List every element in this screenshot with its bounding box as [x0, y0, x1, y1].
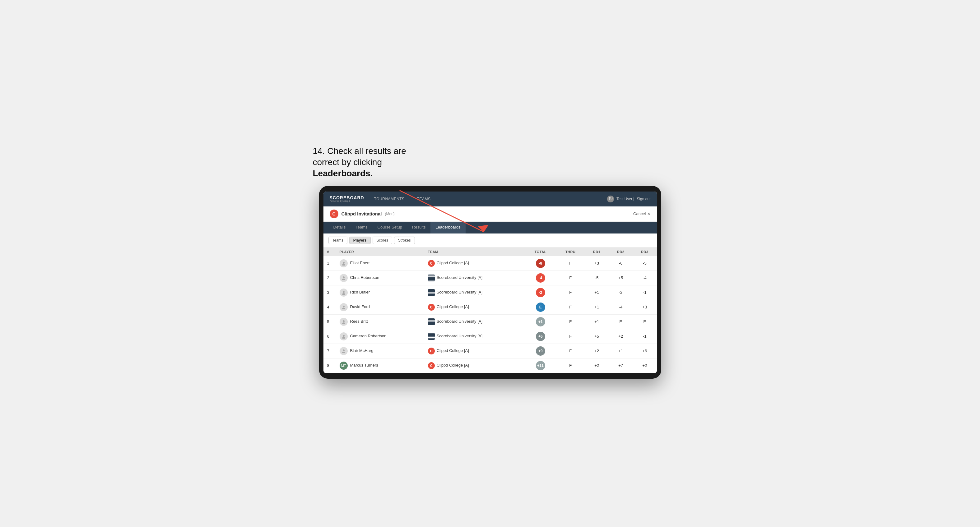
top-nav: SCOREBOARD Powered by clippd TOURNAMENTS…	[323, 192, 657, 206]
nav-signout[interactable]: Sign out	[636, 197, 650, 201]
row-team: Scoreboard University [A]	[424, 329, 525, 344]
instruction-text: 14. Check all results are correct by cli…	[313, 146, 418, 179]
svg-point-4	[343, 276, 345, 278]
row-thru: F	[556, 314, 585, 329]
score-badge: -4	[536, 273, 545, 283]
svg-point-13	[342, 337, 345, 338]
svg-point-15	[342, 352, 345, 353]
score-badge: +9	[536, 346, 545, 356]
player-avatar	[340, 289, 348, 297]
user-avatar: TU	[607, 195, 614, 202]
filter-scores[interactable]: Scores	[372, 237, 392, 244]
filter-teams[interactable]: Teams	[328, 237, 347, 244]
row-position: 4	[323, 300, 336, 314]
tab-teams[interactable]: Teams	[350, 222, 372, 233]
player-avatar	[340, 274, 348, 282]
tab-results[interactable]: Results	[407, 222, 430, 233]
table-row: 5 Rees Britt Scoreboard University [A] +…	[323, 314, 657, 329]
row-position: 8	[323, 358, 336, 373]
row-rd2: -4	[609, 300, 633, 314]
tab-details[interactable]: Details	[328, 222, 351, 233]
row-thru: F	[556, 344, 585, 358]
row-position: 1	[323, 256, 336, 271]
svg-point-14	[343, 349, 345, 351]
row-rd1: +2	[585, 358, 609, 373]
team-logo-clippd: C	[428, 304, 435, 311]
tournament-logo: C	[330, 210, 338, 218]
row-team: Scoreboard University [A]	[424, 270, 525, 285]
leaderboard-table: # PLAYER TEAM TOTAL THRU RD1 RD2 RD3 1	[323, 248, 657, 373]
cancel-button[interactable]: Cancel ✕	[633, 211, 650, 216]
row-rd3: +3	[633, 300, 657, 314]
row-rd3: +6	[633, 344, 657, 358]
player-avatar	[340, 318, 348, 326]
svg-point-7	[342, 293, 345, 295]
tournament-name: Clippd Invitational	[342, 211, 382, 216]
tournament-gender: (Men)	[385, 212, 395, 216]
nav-username: Test User |	[616, 197, 634, 201]
instruction-bold: Leaderboards.	[313, 168, 373, 178]
row-rd3: -5	[633, 256, 657, 271]
nav-left: SCOREBOARD Powered by clippd TOURNAMENTS…	[330, 195, 433, 202]
svg-point-6	[343, 291, 345, 293]
svg-point-3	[342, 264, 345, 265]
row-thru: F	[556, 358, 585, 373]
score-badge: -8	[536, 259, 545, 268]
row-rd2: E	[609, 314, 633, 329]
row-rd2: +5	[609, 270, 633, 285]
team-logo-scoreboard	[428, 318, 435, 325]
nav-teams[interactable]: TEAMS	[415, 195, 433, 202]
row-player: MTMarcus Turners	[336, 358, 424, 373]
svg-point-10	[343, 320, 345, 322]
row-total: +9	[525, 344, 556, 358]
tab-leaderboards[interactable]: Leaderboards	[430, 222, 465, 233]
player-avatar	[340, 332, 348, 340]
row-rd1: -5	[585, 270, 609, 285]
row-rd1: +2	[585, 344, 609, 358]
col-rd3: RD3	[633, 248, 657, 256]
tabs-bar: Details Teams Course Setup Results Leade…	[323, 222, 657, 233]
table-row: 7 Blair McHarg CClippd College [A] +9 F …	[323, 344, 657, 358]
row-rd1: +1	[585, 285, 609, 300]
row-total: +1	[525, 314, 556, 329]
nav-tournaments[interactable]: TOURNAMENTS	[372, 195, 407, 202]
col-player: PLAYER	[336, 248, 424, 256]
table-row: 2 Chris Robertson Scoreboard University …	[323, 270, 657, 285]
row-team: CClippd College [A]	[424, 256, 525, 271]
row-team: CClippd College [A]	[424, 358, 525, 373]
row-rd1: +5	[585, 329, 609, 344]
col-rd1: RD1	[585, 248, 609, 256]
sub-header: C Clippd Invitational (Men) Cancel ✕	[323, 206, 657, 222]
row-player: Elliot Ebert	[336, 256, 424, 271]
row-total: -8	[525, 256, 556, 271]
row-team: Scoreboard University [A]	[424, 285, 525, 300]
row-position: 2	[323, 270, 336, 285]
filter-players[interactable]: Players	[349, 237, 371, 244]
score-badge: E	[536, 303, 545, 312]
player-avatar: MT	[340, 362, 348, 370]
row-player: Chris Robertson	[336, 270, 424, 285]
row-rd3: +2	[633, 358, 657, 373]
row-position: 5	[323, 314, 336, 329]
row-total: -4	[525, 270, 556, 285]
svg-point-2	[343, 262, 345, 264]
svg-point-8	[343, 306, 345, 308]
row-total: +11	[525, 358, 556, 373]
row-team: CClippd College [A]	[424, 300, 525, 314]
col-thru: THRU	[556, 248, 585, 256]
instruction-body: Check all results are correct by clickin…	[313, 146, 406, 167]
row-player: Blair McHarg	[336, 344, 424, 358]
tab-course-setup[interactable]: Course Setup	[372, 222, 407, 233]
row-player: Rich Butler	[336, 285, 424, 300]
table-row: 1 Elliot Ebert CClippd College [A] -8 F …	[323, 256, 657, 271]
filter-strokes[interactable]: Strokes	[394, 237, 415, 244]
row-player: David Ford	[336, 300, 424, 314]
row-rd1: +1	[585, 314, 609, 329]
row-rd2: -6	[609, 256, 633, 271]
row-rd3: E	[633, 314, 657, 329]
logo-text: SCOREBOARD	[330, 195, 364, 200]
team-logo-scoreboard	[428, 289, 435, 296]
row-rd2: +2	[609, 329, 633, 344]
sub-header-left: C Clippd Invitational (Men)	[330, 210, 395, 218]
team-logo-scoreboard	[428, 333, 435, 340]
